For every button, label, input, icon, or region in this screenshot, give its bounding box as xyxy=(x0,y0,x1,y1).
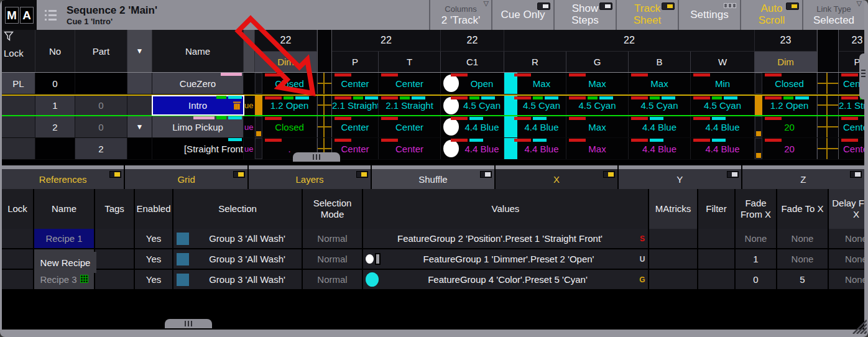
titlebar-button-auto-scroll[interactable]: Auto Scroll xyxy=(740,0,802,30)
cue-row-2[interactable]: 20▼Limo PickupueClosedCenterCenter4.4 Bl… xyxy=(2,116,864,138)
attribute-header-t[interactable]: T xyxy=(379,52,441,72)
column-header-lock[interactable]: Lock xyxy=(2,30,35,72)
cell-trigger[interactable]: ue xyxy=(244,96,255,115)
cell-w[interactable]: Min xyxy=(691,73,755,94)
cell-trigger[interactable]: ue xyxy=(244,138,255,159)
cell-name[interactable]: Intro xyxy=(152,96,244,115)
new-recipe-button[interactable]: New Recipe xyxy=(34,252,96,273)
column-header-collapse[interactable]: ▼ xyxy=(127,30,152,72)
recipe-cell-tags[interactable] xyxy=(95,229,135,248)
cell-lock[interactable]: PL xyxy=(2,73,35,94)
cell-c1[interactable]: Open xyxy=(441,73,504,94)
cell-g[interactable]: Max xyxy=(566,73,629,94)
recipe-cell-values[interactable]: FeatureGroup 2 'Position'.Preset 1 'Stra… xyxy=(363,229,649,248)
cell-lock[interactable] xyxy=(2,138,35,159)
cell-no[interactable]: 1 xyxy=(35,96,75,115)
cell-p[interactable]: Center xyxy=(332,116,379,137)
cell-dim2[interactable]: Closed xyxy=(755,73,817,94)
cell-collapse[interactable]: ▼ xyxy=(127,116,152,137)
cell-c1[interactable]: 4.4 Blue xyxy=(441,116,504,137)
timing-cell[interactable] xyxy=(817,73,839,94)
recipe-cell-lock[interactable] xyxy=(2,270,34,289)
cell-b[interactable]: Max xyxy=(629,73,691,94)
recipe-cell-name[interactable]: Recipe 1 xyxy=(34,229,95,248)
cell-r[interactable]: 4.4 Blue xyxy=(504,138,566,159)
tab-y[interactable]: Y xyxy=(619,165,741,189)
fixture-group-header[interactable]: 23 xyxy=(755,30,817,52)
cell-no[interactable]: 0 xyxy=(35,73,75,94)
tracksheet-v-scrollbar[interactable] xyxy=(859,53,868,99)
timing-cell[interactable] xyxy=(817,116,839,137)
recipes-column-header-tags[interactable]: Tags xyxy=(95,189,135,229)
recipe-cell-matricks[interactable] xyxy=(649,229,698,248)
attribute-header-w[interactable]: W xyxy=(691,52,755,72)
cell-part[interactable]: 0 xyxy=(75,96,127,115)
cell-dim[interactable]: 1.2 Open xyxy=(255,96,317,115)
fixture-group-header[interactable]: 23 xyxy=(839,30,864,52)
column-header-no[interactable]: No xyxy=(35,30,75,72)
cue-row-0[interactable]: PL0CueZeroClosedCenterCenterOpenMaxMaxMa… xyxy=(2,73,864,95)
recipe-cell-enabled[interactable]: Yes xyxy=(135,270,173,289)
cell-dim2[interactable]: 20 xyxy=(755,116,817,137)
recipes-column-header-name[interactable]: Name xyxy=(34,189,95,229)
cell-c1[interactable]: 4.4 Blue xyxy=(441,138,504,159)
recipes-column-header-filter[interactable]: Filter xyxy=(698,189,736,229)
recipe-cell-enabled[interactable]: Yes xyxy=(135,249,173,269)
tracksheet-h-scrollbar[interactable] xyxy=(293,152,340,162)
window-menu-icon[interactable] xyxy=(45,0,57,30)
cell-p[interactable]: 2.1 Straight xyxy=(332,96,379,115)
cell-p2[interactable]: Center xyxy=(839,138,864,159)
recipe-cell-lock[interactable] xyxy=(2,249,34,269)
recipe-row-3[interactable]: Recipe 3YesGroup 3 'All Wash'NormalFeatu… xyxy=(2,270,864,290)
recipes-column-header-matricks[interactable]: MAtricks xyxy=(649,189,698,229)
cell-w[interactable]: 4.5 Cyan xyxy=(691,96,755,115)
recipe-cell-selection-mode[interactable]: Normal xyxy=(303,270,363,289)
cue-row-1[interactable]: 10Introue1.2 Open2.1 Straight2.1 Straigh… xyxy=(2,95,864,116)
recipe-row-1[interactable]: Recipe 1YesGroup 3 'All Wash'NormalFeatu… xyxy=(2,229,864,249)
column-header-name[interactable]: Name xyxy=(152,30,244,72)
tab-x[interactable]: X xyxy=(496,165,617,189)
recipe-cell-tags[interactable] xyxy=(95,249,135,269)
cell-no[interactable]: 2 xyxy=(35,116,75,137)
timing-cell[interactable] xyxy=(817,96,839,115)
cell-collapse[interactable] xyxy=(127,138,152,159)
cell-trigger[interactable] xyxy=(244,73,255,94)
cue-row-3[interactable]: 2[Straight Frontue.CenterCenter4.4 Blue4… xyxy=(2,138,864,160)
cell-t[interactable]: Center xyxy=(379,138,441,159)
cell-t[interactable]: Center xyxy=(379,116,441,137)
fixture-group-header[interactable]: 22 xyxy=(255,30,317,52)
recipe-cell-fade-from-x[interactable]: 1 xyxy=(736,249,777,269)
attribute-header-c1[interactable]: C1 xyxy=(441,52,504,72)
cell-p[interactable]: Center xyxy=(332,73,379,94)
cell-r[interactable]: Max xyxy=(504,73,566,94)
recipes-column-header-delay[interactable]: Delay From X xyxy=(829,189,864,229)
recipes-column-header-values[interactable]: Values xyxy=(363,189,649,229)
recipe-cell-matricks[interactable] xyxy=(649,270,698,289)
tab-shuffle[interactable]: Shuffle xyxy=(372,165,494,189)
cell-p2[interactable]: Center xyxy=(839,116,864,137)
recipe-cell-values[interactable]: FeatureGroup 1 'Dimmer'.Preset 2 'Open'U xyxy=(363,249,649,269)
cell-dim[interactable]: Closed xyxy=(255,73,317,94)
cell-dim2[interactable]: 20 xyxy=(755,138,817,159)
cell-g[interactable]: Max xyxy=(566,116,629,137)
attribute-header-dim2[interactable]: Dim xyxy=(755,52,817,72)
cell-g[interactable]: Max xyxy=(566,138,629,159)
cell-b[interactable]: 4.4 Blue xyxy=(629,138,691,159)
recipes-column-header-enabled[interactable]: Enabled xyxy=(135,189,173,229)
timing-cell[interactable] xyxy=(317,116,332,137)
attribute-header-r[interactable]: R xyxy=(504,52,566,72)
timing-cell[interactable] xyxy=(817,138,839,159)
cell-b[interactable]: 4.4 Blue xyxy=(629,116,691,137)
cell-collapse[interactable] xyxy=(127,73,152,94)
cell-r[interactable]: 4.4 Blue xyxy=(504,116,566,137)
recipes-column-header-selection[interactable]: Selection xyxy=(173,189,303,229)
cell-c1[interactable]: 4.5 Cyan xyxy=(441,96,504,115)
recipes-column-header-lock[interactable]: Lock xyxy=(2,189,34,229)
column-header-part[interactable]: Part xyxy=(75,30,127,72)
cell-w[interactable]: 4.4 Blue xyxy=(691,138,755,159)
titlebar-button-show-steps[interactable]: Show Steps xyxy=(553,0,616,30)
fixture-group-header[interactable]: 22 xyxy=(504,30,755,52)
cell-no[interactable] xyxy=(35,138,75,159)
fixture-group-header[interactable]: 22 xyxy=(441,30,504,52)
recipe-cell-selection-mode[interactable]: Normal xyxy=(303,249,363,269)
